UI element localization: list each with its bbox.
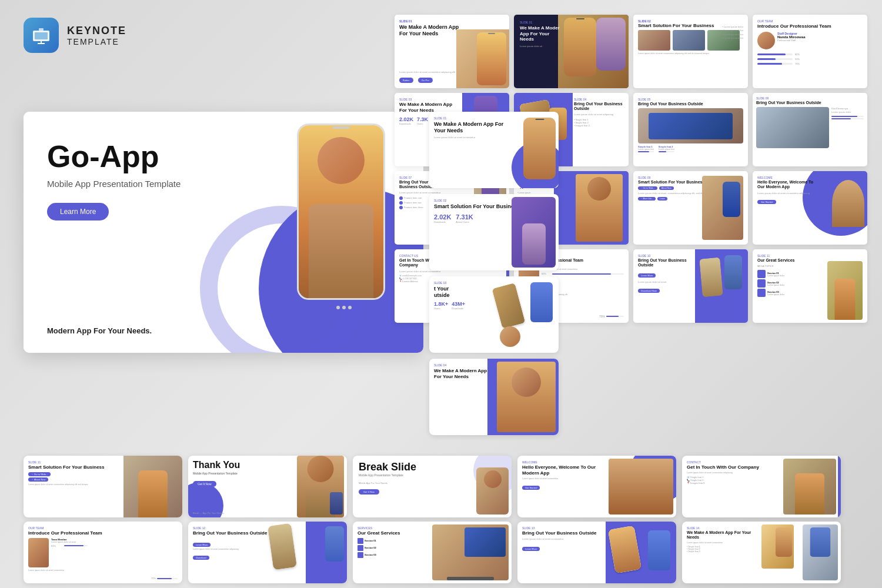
bottom-slide-business2: SLIDE 12 Bring Out Your Business Outside… [188,522,347,583]
slide-thumb-4: OUR TEAM Introduce Our Professional Team… [753,15,867,88]
slide-thumb-11: SLIDE 09 Smart Solution For Your Busines… [633,171,748,245]
slide-thumb-7: SLIDE 05 Bring Out Your Business Outside… [633,93,748,166]
bottom-slide-app-last: SLIDE 14 We Make A Modern App For Your N… [682,522,841,583]
hero-tagline: Modern App For Your Needs. [47,326,152,335]
bottom-slide-team: OUR TEAM Introduce Our Professional Team… [24,522,182,583]
app-title-sub: TEMPLATE [67,37,126,46]
main-hero-slide: Go-App Mobile App Presentation Template … [24,112,423,353]
bottom-slide-business3: SLIDE 13 Bring Out Your Business Outside… [517,522,676,583]
app-icon [24,18,59,53]
app-title-main: KEYNOTE [67,25,126,37]
bottom-slide-break: Break Slide Mobile App Presentation Temp… [353,456,512,517]
header: KEYNOTE TEMPLATE [24,18,126,53]
slide-thumb-15: SLIDE 10 Bring Out Your Business Outside… [633,249,748,323]
grid-row-1: SLIDE 01 We Make A Modern App For Your N… [395,15,867,88]
hero-title: Go-App [47,141,181,172]
slide-thumb-16: SLIDE 11 Our Great Services MEGA TOPICS … [753,249,867,323]
svg-rect-4 [35,32,48,39]
bottom-slide-contact: CONTACT Get In Touch With Our Company Lo… [682,456,841,517]
slide-thumb-2: SLIDE 01 We Make A Moder App For Your Ne… [514,15,629,88]
hero-subtitle: Mobile App Presentation Template [47,179,181,189]
bottom-slide-thankyou: Thank You Mobile App Presentation Templa… [188,456,347,517]
bottom-row-2: OUR TEAM Introduce Our Professional Team… [24,522,841,583]
app-title-block: KEYNOTE TEMPLATE [67,25,126,46]
bottom-slide-welcome: WELCOME Hello Everyone, Welcome To Our M… [517,456,676,517]
slide-thumb-12: WELCOME Hello Everyone, Welcome To Our M… [753,171,867,245]
mid-slide-4: SLIDE 04 We Make A Modern App For Your N… [429,359,559,435]
slide-thumb-1: SLIDE 01 We Make A Modern App For Your N… [395,15,509,88]
bottom-slide-1: SLIDE 11 Smart Solution For Your Busines… [24,456,182,517]
slide-thumb-8: SLIDE 06 Bring Out Your Business Outside… [753,93,867,166]
mid-slide-area: SLIDE 01 We Make A Modern App For Your N… [429,112,559,435]
mid-slide-2: SLIDE 02 Smart Solution For Your Busines… [429,194,559,270]
thankyou-title: Thank You [193,460,342,470]
bottom-slide-services: SERVICES Our Great Services Service 01 S… [353,522,512,583]
hero-cta-button[interactable]: Learn More [47,203,109,220]
mid-slide-3: SLIDE 03 t Yourutside 1.8K+Users 43M+Dow… [429,276,559,353]
hero-phone [282,123,400,347]
svg-rect-1 [39,28,44,31]
hero-text: Go-App Mobile App Presentation Template … [47,141,181,220]
slide-thumb-3: SLIDE 02 Smart Solution For Your Busines… [633,15,748,88]
bottom-row-1: SLIDE 11 Smart Solution For Your Busines… [24,456,841,517]
